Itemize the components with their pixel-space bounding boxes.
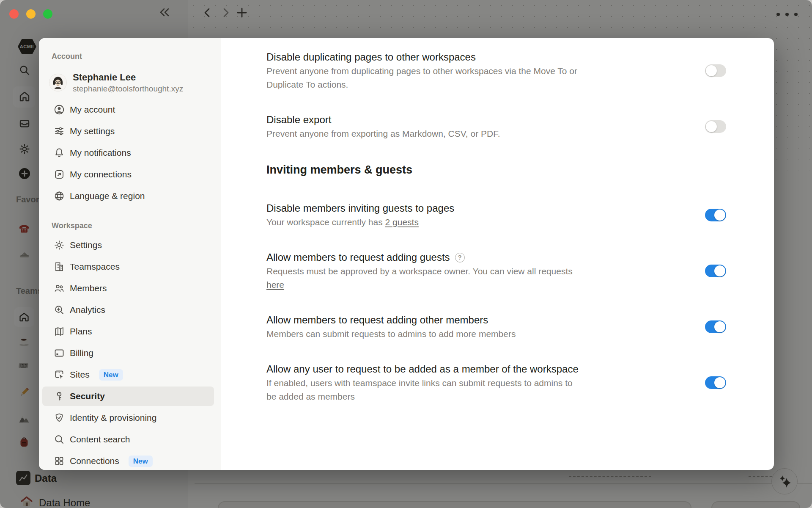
setting-title: Allow members to request adding other me… [266, 313, 516, 327]
disable-duplicating-toggle[interactable] [705, 64, 726, 77]
setting-description: Your workspace currently has 2 guests [266, 215, 454, 229]
account-section-label: Account [39, 51, 217, 62]
app-window: ACME Favorites Teamspaces [0, 0, 812, 508]
magnifier-icon [54, 434, 65, 445]
people-icon [54, 283, 65, 294]
sliders-icon [54, 126, 65, 137]
sidebar-item-my-connections[interactable]: My connections [42, 165, 214, 184]
map-icon [54, 326, 65, 337]
sidebar-item-content-search[interactable]: Content search [42, 430, 214, 449]
sidebar-item-my-settings[interactable]: My settings [42, 121, 214, 141]
sidebar-item-language-region[interactable]: Language & region [42, 186, 214, 206]
sidebar-item-identity-provisioning[interactable]: Identity & provisioning [42, 408, 214, 428]
section-heading: Inviting members & guests [266, 162, 726, 178]
sidebar-item-teamspaces[interactable]: Teamspaces [42, 257, 214, 276]
shield-check-icon [54, 412, 65, 423]
sidebar-item-plans[interactable]: Plans [42, 322, 214, 341]
new-badge: New [129, 456, 153, 467]
disable-guest-invites-toggle[interactable] [705, 209, 726, 221]
setting-title: Disable duplicating pages to other works… [266, 50, 577, 64]
setting-title: Disable export [266, 113, 500, 127]
setting-title: Disable members inviting guests to pages [266, 201, 454, 215]
request-adding-members-toggle[interactable] [705, 320, 726, 333]
request-adding-guests-toggle[interactable] [705, 265, 726, 277]
magnifier-plus-icon [54, 304, 65, 315]
key-icon [54, 391, 65, 402]
sidebar-item-members[interactable]: Members [42, 279, 214, 298]
building-icon [54, 261, 65, 272]
sidebar-item-analytics[interactable]: Analytics [42, 300, 214, 320]
user-profile: Stephanie Lee stephanie@toolsforthought.… [49, 72, 214, 93]
section-divider [266, 184, 726, 184]
gear-icon [54, 240, 65, 251]
disable-export-toggle[interactable] [705, 120, 726, 133]
avatar [49, 74, 66, 91]
sidebar-item-sites[interactable]: Sites New [42, 365, 214, 384]
sidebar-item-billing[interactable]: Billing [42, 343, 214, 363]
zoom-window-icon[interactable] [43, 9, 52, 19]
setting-row: Allow members to request adding guests ?… [266, 250, 726, 292]
setting-title: Allow members to request adding guests ? [266, 250, 573, 265]
guests-count-link[interactable]: 2 guests [385, 217, 419, 227]
window-controls [9, 9, 52, 19]
requests-here-link[interactable]: here [266, 278, 284, 292]
setting-row: Allow any user to request to be added as… [266, 362, 726, 403]
credit-card-icon [54, 348, 65, 359]
arrow-up-right-box-icon [54, 169, 65, 180]
workspace-section-label: Workspace [39, 220, 217, 231]
globe-icon [54, 190, 65, 202]
setting-description: Prevent anyone from duplicating pages to… [266, 64, 577, 91]
browser-cursor-icon [54, 369, 65, 380]
user-email: stephanie@toolsforthought.xyz [73, 83, 183, 94]
user-name: Stephanie Lee [73, 72, 183, 83]
setting-row: Disable export Prevent anyone from expor… [266, 113, 726, 141]
person-circle-icon [54, 104, 65, 115]
bell-icon [54, 147, 65, 158]
minimize-window-icon[interactable] [26, 9, 36, 19]
sidebar-item-security[interactable]: Security [42, 387, 214, 406]
setting-row: Disable members inviting guests to pages… [266, 201, 726, 229]
new-badge: New [99, 369, 123, 381]
setting-description: Prevent anyone from exporting as Markdow… [266, 127, 500, 141]
setting-title: Allow any user to request to be added as… [266, 362, 579, 376]
security-settings-panel: Disable duplicating pages to other works… [221, 38, 774, 470]
help-icon[interactable]: ? [455, 253, 465, 262]
sidebar-item-settings[interactable]: Settings [42, 235, 214, 255]
settings-sidebar: Account Stephanie Lee [39, 38, 221, 470]
setting-description: If enabled, users with teamspace invite … [266, 376, 579, 403]
setting-description: Members can submit requests to admins to… [266, 327, 516, 341]
sidebar-item-connections[interactable]: Connections New [42, 451, 214, 470]
setting-row: Allow members to request adding other me… [266, 313, 726, 341]
settings-modal: Account Stephanie Lee [39, 38, 774, 470]
grid-icon [54, 456, 65, 467]
sidebar-item-my-notifications[interactable]: My notifications [42, 143, 214, 163]
setting-row: Disable duplicating pages to other works… [266, 50, 726, 91]
sidebar-item-my-account[interactable]: My account [42, 100, 214, 119]
close-window-icon[interactable] [9, 9, 19, 19]
any-user-request-toggle[interactable] [705, 376, 726, 389]
setting-description: Requests must be approved by a workspace… [266, 265, 573, 292]
